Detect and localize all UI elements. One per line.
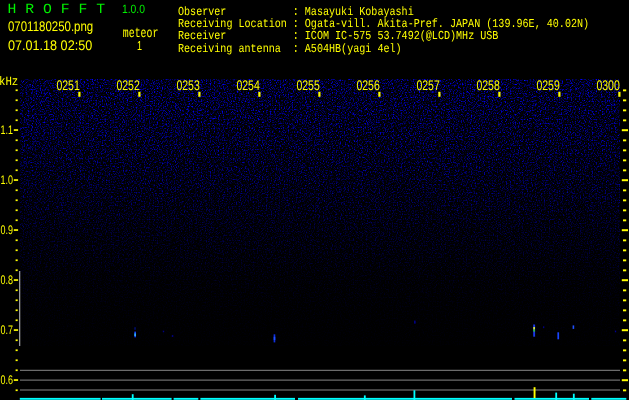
svg-text:0.9: 0.9 — [1, 223, 14, 237]
svg-text:0251: 0251 — [56, 77, 80, 93]
svg-text:0.6: 0.6 — [1, 373, 14, 387]
svg-text:0300: 0300 — [596, 77, 620, 93]
svg-text:1: 1 — [137, 38, 142, 53]
svg-text:0257: 0257 — [416, 77, 440, 93]
svg-text:0256: 0256 — [356, 77, 380, 93]
svg-text:1.0: 1.0 — [1, 173, 14, 187]
svg-text:0258: 0258 — [476, 77, 500, 93]
svg-text:0252: 0252 — [116, 77, 140, 93]
svg-text:0701180250.png: 0701180250.png — [8, 18, 93, 34]
svg-text:H R O F F T: H R O F F T — [8, 2, 106, 18]
svg-text:0254: 0254 — [236, 77, 260, 93]
svg-text:A504HB(yagi 4el): A504HB(yagi 4el) — [305, 42, 402, 56]
svg-text:0253: 0253 — [176, 77, 200, 93]
svg-text:Receiving antenna: Receiving antenna — [178, 42, 281, 56]
svg-text:kHz: kHz — [0, 75, 18, 89]
svg-text:0.8: 0.8 — [1, 273, 14, 287]
svg-text:0.7: 0.7 — [1, 323, 14, 337]
svg-text:0255: 0255 — [296, 77, 320, 93]
svg-text:0259: 0259 — [536, 77, 560, 93]
svg-text:1.0.0: 1.0.0 — [122, 2, 145, 16]
svg-text:07.01.18 02:50: 07.01.18 02:50 — [8, 37, 92, 53]
svg-text::: : — [293, 41, 298, 56]
svg-text:1.1: 1.1 — [1, 123, 14, 137]
